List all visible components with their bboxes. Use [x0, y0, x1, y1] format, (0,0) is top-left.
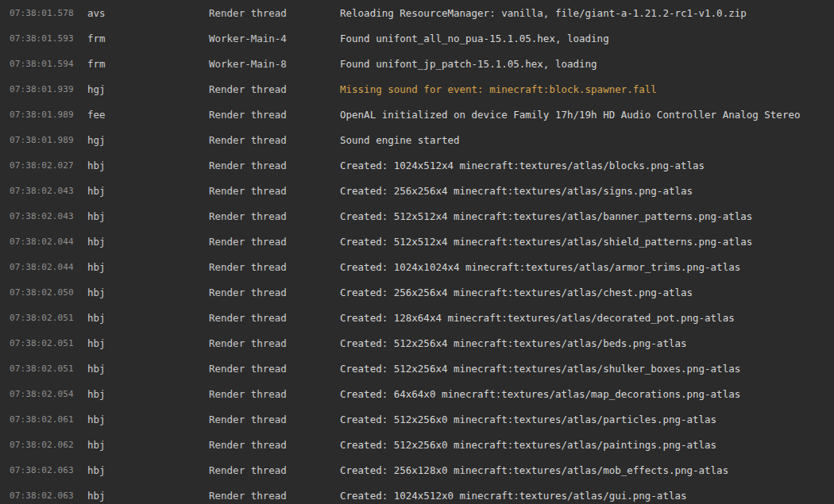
log-thread: Render thread: [209, 312, 340, 324]
log-logger: hbj: [87, 210, 209, 222]
log-thread: Render thread: [209, 337, 340, 349]
log-message: Created: 512x512x4 minecraft:textures/at…: [340, 236, 834, 248]
log-message: Reloading ResourceManager: vanilla, file…: [340, 7, 834, 19]
log-thread: Render thread: [209, 109, 340, 121]
log-row[interactable]: 07:38:02.051 hbj Render thread Created: …: [10, 305, 834, 330]
log-time: 07:38:01.989: [10, 110, 87, 120]
log-time: 07:38:02.050: [10, 287, 87, 298]
log-row[interactable]: 07:38:02.063 hbj Render thread Created: …: [10, 483, 834, 504]
log-row[interactable]: 07:38:01.593 frm Worker-Main-4 Found uni…: [10, 25, 834, 51]
log-message: Created: 512x512x4 minecraft:textures/at…: [340, 210, 834, 222]
log-thread: Render thread: [209, 464, 340, 476]
log-message: Missing sound for event: minecraft:block…: [340, 83, 834, 95]
log-logger: avs: [87, 7, 209, 19]
log-message: Created: 512x256x0 minecraft:textures/at…: [340, 414, 834, 425]
log-logger: hgj: [87, 134, 209, 146]
log-thread: Worker-Main-4: [209, 33, 340, 44]
log-logger: fee: [87, 109, 209, 121]
log-row[interactable]: 07:38:02.043 hbj Render thread Created: …: [10, 178, 834, 203]
log-thread: Render thread: [209, 388, 340, 400]
log-logger: hbj: [87, 160, 209, 171]
log-time: 07:38:02.044: [10, 237, 87, 247]
log-logger: hbj: [87, 363, 209, 375]
log-logger: hbj: [87, 490, 209, 502]
log-time: 07:38:02.062: [10, 440, 87, 450]
log-message: Created: 512x256x4 minecraft:textures/at…: [340, 363, 834, 375]
log-time: 07:38:02.051: [10, 338, 87, 348]
log-message: Created: 1024x1024x4 minecraft:textures/…: [340, 261, 834, 273]
log-message: Created: 256x128x0 minecraft:textures/at…: [340, 464, 834, 476]
log-time: 07:38:02.043: [10, 211, 87, 221]
log-message: Found unifont_all_no_pua-15.1.05.hex, lo…: [340, 33, 834, 44]
log-thread: Render thread: [209, 83, 340, 95]
log-row[interactable]: 07:38:01.939 hgj Render thread Missing s…: [10, 76, 834, 102]
log-row[interactable]: 07:38:02.051 hbj Render thread Created: …: [10, 330, 834, 356]
log-row[interactable]: 07:38:02.044 hbj Render thread Created: …: [10, 254, 834, 279]
log-logger: hbj: [87, 337, 209, 349]
log-thread: Render thread: [209, 134, 340, 146]
log-message: Created: 512x256x4 minecraft:textures/at…: [340, 337, 834, 349]
log-time: 07:38:02.063: [10, 491, 87, 501]
log-row[interactable]: 07:38:02.051 hbj Render thread Created: …: [10, 356, 834, 381]
log-thread: Render thread: [209, 160, 340, 171]
log-message: OpenAL initialized on device Family 17h/…: [340, 109, 834, 121]
log-thread: Render thread: [209, 7, 340, 19]
log-thread: Render thread: [209, 185, 340, 197]
log-logger: hbj: [87, 185, 209, 197]
log-time: 07:38:01.593: [10, 33, 87, 44]
log-time: 07:38:01.594: [10, 59, 87, 69]
log-row[interactable]: 07:38:01.594 frm Worker-Main-8 Found uni…: [10, 51, 834, 76]
log-thread: Render thread: [209, 363, 340, 375]
log-logger: frm: [87, 33, 209, 44]
log-message: Created: 128x64x4 minecraft:textures/atl…: [340, 312, 834, 324]
log-row[interactable]: 07:38:02.027 hbj Render thread Created: …: [10, 152, 834, 178]
log-thread: Render thread: [209, 287, 340, 298]
log-message: Sound engine started: [340, 134, 834, 146]
log-time: 07:38:02.027: [10, 160, 87, 171]
log-viewer[interactable]: 07:38:01.578 avs Render thread Reloading…: [0, 0, 834, 504]
log-logger: hbj: [87, 414, 209, 425]
log-logger: hgj: [87, 83, 209, 95]
log-row[interactable]: 07:38:02.062 hbj Render thread Created: …: [10, 432, 834, 457]
log-logger: hbj: [87, 439, 209, 451]
log-time: 07:38:02.051: [10, 313, 87, 323]
log-time: 07:38:02.063: [10, 465, 87, 475]
log-logger: hbj: [87, 287, 209, 298]
log-time: 07:38:02.051: [10, 364, 87, 374]
log-thread: Render thread: [209, 261, 340, 273]
log-thread: Render thread: [209, 210, 340, 222]
log-row[interactable]: 07:38:02.061 hbj Render thread Created: …: [10, 406, 834, 432]
log-row[interactable]: 07:38:02.054 hbj Render thread Created: …: [10, 381, 834, 406]
log-time: 07:38:02.044: [10, 262, 87, 272]
log-message: Created: 64x64x0 minecraft:textures/atla…: [340, 388, 834, 400]
log-message: Created: 1024x512x4 minecraft:textures/a…: [340, 160, 834, 171]
log-time: 07:38:01.989: [10, 135, 87, 145]
log-row[interactable]: 07:38:02.043 hbj Render thread Created: …: [10, 203, 834, 229]
log-row[interactable]: 07:38:01.989 hgj Render thread Sound eng…: [10, 127, 834, 152]
log-row[interactable]: 07:38:01.989 fee Render thread OpenAL in…: [10, 102, 834, 127]
log-message: Created: 256x256x4 minecraft:textures/at…: [340, 185, 834, 197]
log-logger: hbj: [87, 464, 209, 476]
log-row[interactable]: 07:38:02.050 hbj Render thread Created: …: [10, 279, 834, 305]
log-row[interactable]: 07:38:02.044 hbj Render thread Created: …: [10, 229, 834, 254]
log-message: Created: 512x256x0 minecraft:textures/at…: [340, 439, 834, 451]
log-thread: Render thread: [209, 439, 340, 451]
log-row[interactable]: 07:38:02.063 hbj Render thread Created: …: [10, 457, 834, 483]
log-logger: hbj: [87, 388, 209, 400]
log-time: 07:38:02.054: [10, 389, 87, 399]
log-time: 07:38:02.061: [10, 414, 87, 425]
log-thread: Render thread: [209, 236, 340, 248]
log-logger: hbj: [87, 236, 209, 248]
log-logger: hbj: [87, 261, 209, 273]
log-thread: Render thread: [209, 490, 340, 502]
log-time: 07:38:01.578: [10, 8, 87, 18]
log-thread: Render thread: [209, 414, 340, 425]
log-logger: hbj: [87, 312, 209, 324]
log-message: Created: 256x256x4 minecraft:textures/at…: [340, 287, 834, 298]
log-message: Found unifont_jp_patch-15.1.05.hex, load…: [340, 58, 834, 70]
log-logger: frm: [87, 58, 209, 70]
log-thread: Worker-Main-8: [209, 58, 340, 70]
log-message: Created: 1024x512x0 minecraft:textures/a…: [340, 490, 834, 502]
log-row[interactable]: 07:38:01.578 avs Render thread Reloading…: [10, 0, 834, 25]
log-time: 07:38:01.939: [10, 84, 87, 94]
